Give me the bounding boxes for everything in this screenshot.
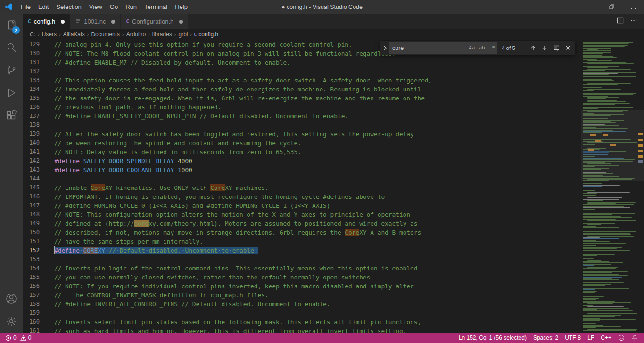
language-mode-status[interactable]: C++ [597, 333, 615, 343]
code-line[interactable]: 144 [23, 174, 581, 183]
menu-selection[interactable]: Selection [52, 0, 85, 14]
code-line[interactable]: 149// defined at (http://corexy.com/theo… [23, 219, 581, 228]
line-number[interactable]: 129 [23, 40, 47, 49]
feedback-smiley-icon[interactable] [615, 333, 628, 343]
code-line[interactable]: 131// #define ENABLE_M7 // Disabled by d… [23, 58, 581, 67]
code-line[interactable]: 158// #define INVERT_ALL_CONTROL_PINS //… [23, 300, 581, 309]
line-number[interactable]: 139 [23, 130, 47, 139]
line-number[interactable]: 147 [23, 201, 47, 210]
encoding-status[interactable]: UTF-8 [561, 333, 584, 343]
code-line[interactable]: 137// #define ENABLE_SAFETY_DOOR_INPUT_P… [23, 112, 581, 121]
line-number[interactable]: 149 [23, 219, 47, 228]
line-number[interactable]: 145 [23, 183, 47, 192]
modified-dot-icon[interactable] [61, 20, 65, 24]
toggle-replace-chevron-icon[interactable] [381, 45, 388, 51]
menu-help[interactable]: Help [171, 0, 191, 14]
line-number[interactable]: 152 [23, 246, 47, 255]
indentation-status[interactable]: Spaces: 2 [530, 333, 561, 343]
line-number[interactable]: 155 [23, 273, 47, 282]
line-number[interactable]: 130 [23, 49, 47, 58]
code-line[interactable]: 140// between restoring the spindle and … [23, 139, 581, 147]
line-number[interactable]: 150 [23, 228, 47, 237]
source-control-icon[interactable] [0, 59, 23, 82]
modified-dot-icon[interactable] [179, 20, 183, 24]
tab-config-h[interactable]: C config.h [23, 14, 70, 29]
code-line[interactable]: 156// NOTE: If you require individual co… [23, 282, 581, 291]
code-line[interactable]: 132 [23, 67, 581, 76]
editor-area[interactable]: 129// analog pin 4. Only use this option… [23, 40, 644, 333]
line-number[interactable]: 161 [23, 327, 47, 333]
tab-configuration-h[interactable]: C Configuration.h [121, 14, 189, 29]
menu-terminal[interactable]: Terminal [140, 0, 171, 14]
line-number[interactable]: 135 [23, 94, 47, 103]
line-number[interactable]: 133 [23, 76, 47, 85]
code-line[interactable]: 141// NOTE: Delay value is defined in mi… [23, 147, 581, 156]
code-line[interactable]: 143#define SAFETY_DOOR_COOLANT_DELAY 100… [23, 165, 581, 174]
line-number[interactable]: 146 [23, 192, 47, 201]
line-number[interactable]: 140 [23, 139, 47, 147]
code-line[interactable]: 146// IMPORTANT: If homing is enabled, y… [23, 192, 581, 201]
menu-file[interactable]: File [17, 0, 34, 14]
breadcrumb-item[interactable]: Arduino [126, 31, 146, 38]
code-line[interactable]: 161// such as hard limits and homing. Ho… [23, 327, 581, 333]
breadcrumb-item[interactable]: libraries [152, 31, 173, 38]
line-number[interactable]: 158 [23, 300, 47, 309]
minimize-button[interactable] [579, 0, 601, 14]
eol-status[interactable]: LF [584, 333, 597, 343]
code-line[interactable]: 151// have the same steps per mm interna… [23, 237, 581, 246]
extensions-icon[interactable] [0, 104, 23, 127]
menu-edit[interactable]: Edit [34, 0, 52, 14]
code-line[interactable]: 153 [23, 255, 581, 264]
notifications-bell-icon[interactable] [628, 333, 641, 343]
code-line[interactable]: 134// immediately forces a feed hold and… [23, 85, 581, 94]
code-line[interactable]: 160// Inverts select limit pin states ba… [23, 318, 581, 327]
code-viewport[interactable]: 129// analog pin 4. Only use this option… [23, 40, 581, 333]
line-number[interactable]: 154 [23, 264, 47, 273]
code-line[interactable]: 152#define·COREXY·//·Default·disabled.·U… [23, 246, 581, 255]
breadcrumb-item[interactable]: AlilaKais [63, 31, 85, 38]
code-line[interactable]: 148// NOTE: This configuration option al… [23, 210, 581, 219]
minimap-slider[interactable] [581, 110, 644, 181]
previous-match-icon[interactable] [528, 43, 538, 53]
line-number[interactable]: 141 [23, 147, 47, 156]
code-line[interactable]: 154// Inverts pin logic of the control c… [23, 264, 581, 273]
account-icon[interactable] [0, 287, 23, 310]
match-case-toggle[interactable]: Aa [467, 45, 477, 51]
settings-gear-icon[interactable] [0, 310, 23, 333]
line-number[interactable]: 132 [23, 67, 47, 76]
line-number[interactable]: 142 [23, 156, 47, 165]
line-number[interactable]: 138 [23, 121, 47, 130]
more-actions-icon[interactable] [630, 17, 637, 26]
split-editor-icon[interactable] [617, 17, 624, 26]
tab-1001-nc[interactable]: 1001.nc [70, 14, 121, 29]
run-debug-icon[interactable] [0, 82, 23, 104]
code-line[interactable]: 145// Enable CoreXY kinematics. Use ONLY… [23, 183, 581, 192]
code-line[interactable]: 133// This option causes the feed hold i… [23, 76, 581, 85]
restore-button[interactable] [601, 0, 622, 14]
minimap[interactable] [581, 40, 637, 333]
line-number[interactable]: 159 [23, 309, 47, 318]
menu-run[interactable]: Run [122, 0, 140, 14]
line-number[interactable]: 144 [23, 174, 47, 183]
code-line[interactable]: 142#define SAFETY_DOOR_SPINDLE_DELAY 400… [23, 156, 581, 165]
code-line[interactable]: 159 [23, 309, 581, 318]
line-number[interactable]: 157 [23, 291, 47, 300]
code-line[interactable]: 135// the safety door is re-engaged. Whe… [23, 94, 581, 103]
cursor-position-status[interactable]: Ln 152, Col 1 (56 selected) [455, 333, 530, 343]
code-line[interactable]: 138 [23, 121, 581, 130]
find-in-selection-icon[interactable] [552, 43, 561, 53]
line-number[interactable]: 156 [23, 282, 47, 291]
whole-word-toggle[interactable]: ab [477, 45, 487, 51]
problems-status[interactable]: 0 0 [2, 333, 34, 343]
code-line[interactable]: 147// #define HOMING_CYCLE_0 (1<<X_AXIS)… [23, 201, 581, 210]
breadcrumb-file[interactable]: C config.h [194, 31, 218, 38]
code-line[interactable]: 139// After the safety door switch has b… [23, 130, 581, 139]
breadcrumb-item[interactable]: C: [29, 31, 36, 38]
close-find-icon[interactable] [563, 43, 573, 53]
code-line[interactable]: 155// you can use normally-closed switch… [23, 273, 581, 282]
line-number[interactable]: 134 [23, 85, 47, 94]
search-icon[interactable] [0, 36, 23, 59]
regex-toggle[interactable]: .* [487, 45, 497, 51]
line-number[interactable]: 143 [23, 165, 47, 174]
breadcrumb-item[interactable]: grbl [178, 31, 189, 38]
